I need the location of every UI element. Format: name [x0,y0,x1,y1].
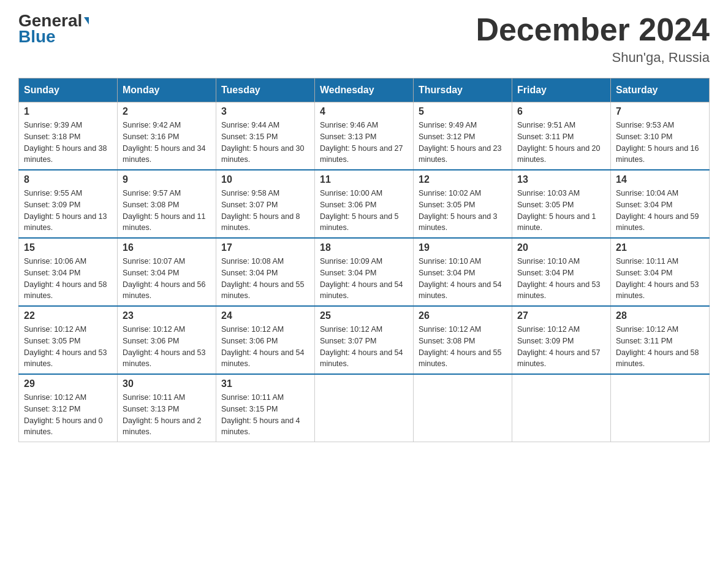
table-row: 6 Sunrise: 9:51 AMSunset: 3:11 PMDayligh… [512,102,611,170]
day-info: Sunrise: 10:10 AMSunset: 3:04 PMDaylight… [517,256,605,302]
day-number: 26 [419,310,507,321]
header-sunday: Sunday [19,79,118,102]
day-number: 5 [419,106,507,117]
month-title: December 2024 [476,12,710,47]
table-row: 18 Sunrise: 10:09 AMSunset: 3:04 PMDayli… [315,238,414,306]
table-row: 2 Sunrise: 9:42 AMSunset: 3:16 PMDayligh… [118,102,216,170]
day-number: 9 [123,174,211,185]
table-row: 22 Sunrise: 10:12 AMSunset: 3:05 PMDayli… [19,306,118,374]
day-number: 23 [123,310,211,321]
day-info: Sunrise: 10:12 AMSunset: 3:06 PMDaylight… [123,324,211,370]
day-info: Sunrise: 10:11 AMSunset: 3:13 PMDaylight… [123,392,211,438]
table-row: 27 Sunrise: 10:12 AMSunset: 3:09 PMDayli… [512,306,611,374]
day-number: 20 [517,242,605,253]
day-info: Sunrise: 9:53 AMSunset: 3:10 PMDaylight:… [616,120,704,166]
table-row: 21 Sunrise: 10:11 AMSunset: 3:04 PMDayli… [611,238,710,306]
table-row: 11 Sunrise: 10:00 AMSunset: 3:06 PMDayli… [315,170,414,238]
day-number: 29 [24,378,112,389]
logo-triangle-icon [84,17,89,25]
table-row: 15 Sunrise: 10:06 AMSunset: 3:04 PMDayli… [19,238,118,306]
day-info: Sunrise: 10:12 AMSunset: 3:09 PMDaylight… [517,324,605,370]
day-info: Sunrise: 10:02 AMSunset: 3:05 PMDaylight… [419,188,507,234]
day-info: Sunrise: 10:07 AMSunset: 3:04 PMDaylight… [123,256,211,302]
calendar-header-row: Sunday Monday Tuesday Wednesday Thursday… [19,79,710,102]
table-row: 23 Sunrise: 10:12 AMSunset: 3:06 PMDayli… [118,306,216,374]
table-row: 31 Sunrise: 10:11 AMSunset: 3:15 PMDayli… [216,374,315,442]
day-info: Sunrise: 10:12 AMSunset: 3:07 PMDaylight… [320,324,408,370]
table-row: 7 Sunrise: 9:53 AMSunset: 3:10 PMDayligh… [611,102,710,170]
table-row: 29 Sunrise: 10:12 AMSunset: 3:12 PMDayli… [19,374,118,442]
day-info: Sunrise: 10:12 AMSunset: 3:06 PMDaylight… [221,324,309,370]
table-row: 1 Sunrise: 9:39 AMSunset: 3:18 PMDayligh… [19,102,118,170]
table-row: 13 Sunrise: 10:03 AMSunset: 3:05 PMDayli… [512,170,611,238]
day-number: 27 [517,310,605,321]
day-info: Sunrise: 10:00 AMSunset: 3:06 PMDaylight… [320,188,408,234]
table-row: 28 Sunrise: 10:12 AMSunset: 3:11 PMDayli… [611,306,710,374]
day-number: 14 [616,174,704,185]
table-row: 16 Sunrise: 10:07 AMSunset: 3:04 PMDayli… [118,238,216,306]
day-info: Sunrise: 9:46 AMSunset: 3:13 PMDaylight:… [320,120,408,166]
day-info: Sunrise: 9:55 AMSunset: 3:09 PMDaylight:… [24,188,112,234]
table-row: 26 Sunrise: 10:12 AMSunset: 3:08 PMDayli… [414,306,512,374]
day-info: Sunrise: 9:49 AMSunset: 3:12 PMDaylight:… [419,120,507,166]
day-info: Sunrise: 10:04 AMSunset: 3:04 PMDaylight… [616,188,704,234]
day-number: 6 [517,106,605,117]
day-number: 18 [320,242,408,253]
day-number: 11 [320,174,408,185]
day-info: Sunrise: 9:39 AMSunset: 3:18 PMDaylight:… [24,120,112,166]
logo: General Blue [18,12,89,45]
table-row: 8 Sunrise: 9:55 AMSunset: 3:09 PMDayligh… [19,170,118,238]
table-row: 9 Sunrise: 9:57 AMSunset: 3:08 PMDayligh… [118,170,216,238]
header-saturday: Saturday [611,79,710,102]
table-row: 3 Sunrise: 9:44 AMSunset: 3:15 PMDayligh… [216,102,315,170]
day-number: 30 [123,378,211,389]
table-row: 17 Sunrise: 10:08 AMSunset: 3:04 PMDayli… [216,238,315,306]
day-number: 4 [320,106,408,117]
day-number: 12 [419,174,507,185]
calendar-table: Sunday Monday Tuesday Wednesday Thursday… [18,78,710,442]
table-row: 25 Sunrise: 10:12 AMSunset: 3:07 PMDayli… [315,306,414,374]
header-thursday: Thursday [414,79,512,102]
header-monday: Monday [118,79,216,102]
header-tuesday: Tuesday [216,79,315,102]
day-number: 25 [320,310,408,321]
day-number: 24 [221,310,309,321]
day-info: Sunrise: 10:12 AMSunset: 3:12 PMDaylight… [24,392,112,438]
day-number: 13 [517,174,605,185]
day-number: 15 [24,242,112,253]
day-number: 19 [419,242,507,253]
table-row: 30 Sunrise: 10:11 AMSunset: 3:13 PMDayli… [118,374,216,442]
day-number: 28 [616,310,704,321]
day-info: Sunrise: 10:12 AMSunset: 3:11 PMDaylight… [616,324,704,370]
day-info: Sunrise: 9:58 AMSunset: 3:07 PMDaylight:… [221,188,309,234]
logo-blue: Blue [18,28,56,45]
table-row: 10 Sunrise: 9:58 AMSunset: 3:07 PMDaylig… [216,170,315,238]
table-row: 4 Sunrise: 9:46 AMSunset: 3:13 PMDayligh… [315,102,414,170]
day-info: Sunrise: 10:03 AMSunset: 3:05 PMDaylight… [517,188,605,234]
day-number: 16 [123,242,211,253]
header-friday: Friday [512,79,611,102]
header-wednesday: Wednesday [315,79,414,102]
day-info: Sunrise: 9:42 AMSunset: 3:16 PMDaylight:… [123,120,211,166]
day-info: Sunrise: 10:06 AMSunset: 3:04 PMDaylight… [24,256,112,302]
title-block: December 2024 Shun'ga, Russia [476,12,710,66]
table-row [512,374,611,442]
day-info: Sunrise: 10:09 AMSunset: 3:04 PMDaylight… [320,256,408,302]
table-row: 12 Sunrise: 10:02 AMSunset: 3:05 PMDayli… [414,170,512,238]
table-row [611,374,710,442]
day-info: Sunrise: 10:12 AMSunset: 3:08 PMDaylight… [419,324,507,370]
table-row: 14 Sunrise: 10:04 AMSunset: 3:04 PMDayli… [611,170,710,238]
day-number: 3 [221,106,309,117]
table-row: 19 Sunrise: 10:10 AMSunset: 3:04 PMDayli… [414,238,512,306]
day-info: Sunrise: 10:11 AMSunset: 3:04 PMDaylight… [616,256,704,302]
page-header: General Blue December 2024 Shun'ga, Russ… [18,12,710,66]
day-number: 17 [221,242,309,253]
day-info: Sunrise: 10:12 AMSunset: 3:05 PMDaylight… [24,324,112,370]
day-number: 7 [616,106,704,117]
day-info: Sunrise: 10:10 AMSunset: 3:04 PMDaylight… [419,256,507,302]
day-number: 1 [24,106,112,117]
day-number: 21 [616,242,704,253]
table-row: 24 Sunrise: 10:12 AMSunset: 3:06 PMDayli… [216,306,315,374]
day-info: Sunrise: 9:51 AMSunset: 3:11 PMDaylight:… [517,120,605,166]
day-info: Sunrise: 9:44 AMSunset: 3:15 PMDaylight:… [221,120,309,166]
